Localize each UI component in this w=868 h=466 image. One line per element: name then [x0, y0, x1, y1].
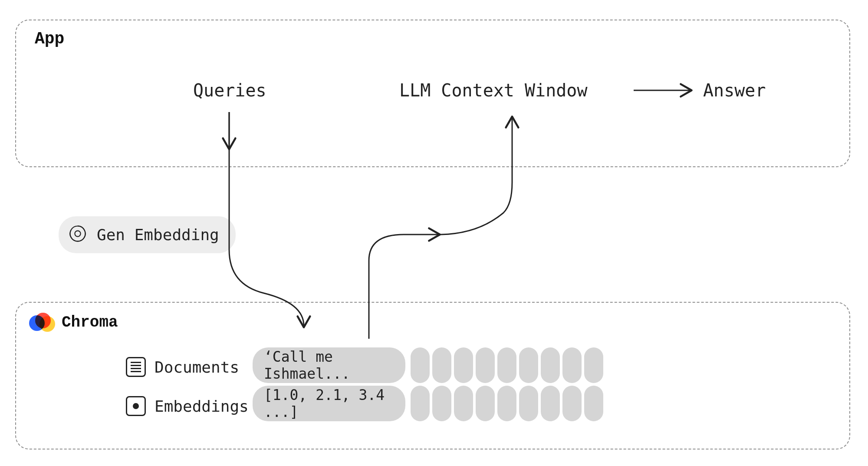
gen-embedding-label: Gen Embedding [97, 226, 219, 244]
ghost-oval [541, 386, 560, 421]
queries-label: Queries [193, 80, 266, 100]
ghost-oval [541, 347, 560, 383]
app-title: App [35, 30, 64, 48]
embedding-example-text: [1.0, 2.1, 3.4 ...] [264, 387, 394, 420]
ghost-oval [519, 347, 538, 383]
ghost-oval [476, 347, 495, 383]
llm-context-label: LLM Context Window [399, 80, 587, 100]
ghost-oval [584, 347, 603, 383]
svg-point-0 [75, 231, 80, 236]
ghost-oval [519, 386, 538, 421]
ghost-oval [584, 386, 603, 421]
ghost-oval [454, 386, 473, 421]
ghost-oval [411, 386, 430, 421]
documents-row: Documents [126, 357, 239, 377]
document-icon [126, 357, 146, 377]
embedding-icon [126, 396, 146, 416]
ghost-oval [454, 347, 473, 383]
ghost-oval [562, 386, 582, 421]
chroma-title: Chroma [62, 314, 118, 331]
ghost-oval [411, 347, 430, 383]
ghost-oval [497, 347, 516, 383]
document-example-text: ‘Call me Ishmael... [264, 348, 394, 382]
ghost-oval [562, 347, 582, 383]
diagram-canvas: App Queries LLM Context Window Answer Ge… [0, 0, 868, 466]
embeddings-label: Embeddings [155, 397, 249, 415]
chroma-logo-icon [29, 313, 53, 334]
ghost-oval [476, 386, 495, 421]
gen-embedding-pill: Gen Embedding [59, 216, 236, 253]
openai-icon [68, 224, 87, 245]
ghost-oval [432, 347, 451, 383]
documents-label: Documents [155, 358, 239, 376]
embeddings-row: Embeddings [126, 396, 249, 416]
ghost-oval [497, 386, 516, 421]
answer-label: Answer [703, 80, 766, 100]
document-example-pill: ‘Call me Ishmael... [253, 347, 405, 383]
embedding-example-pill: [1.0, 2.1, 3.4 ...] [253, 386, 405, 421]
ghost-oval [432, 386, 451, 421]
